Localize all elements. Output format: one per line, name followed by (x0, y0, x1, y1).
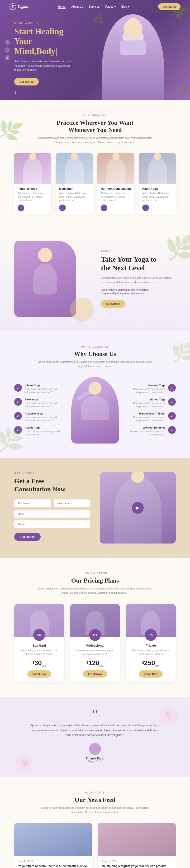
testimonial-leaf-right: 🌸 (157, 704, 181, 726)
email-field (14, 510, 90, 518)
blog-desc: Bullsh nil nam mailit apu le la entighti… (36, 806, 154, 814)
why-item-workout: Workout Routines Nemo enim ipsam tame ag… (128, 426, 176, 436)
why-item-title-7: Mindfulness Training (128, 412, 165, 415)
last-name-input[interactable] (54, 499, 90, 507)
service-image-1 (14, 153, 51, 184)
service-desc-4: Alttbus finibus Ablt tempus lorem ipsum.… (142, 191, 173, 202)
nav-links: Home About Us Services Pages ▾ Blog ▾ (58, 5, 129, 8)
blog-post-title-2: Maintaining a regular yoga practice can … (102, 864, 172, 868)
testimonial-prev-button[interactable]: ← (7, 734, 13, 740)
pricing-card-private: Pvt Private Nemo enim ipsam voluptatem q… (126, 604, 176, 683)
why-center-image (71, 377, 119, 443)
pricing-price-professional: $120/mo (75, 659, 115, 667)
first-name-field (14, 499, 51, 507)
nav-about[interactable]: About Us (71, 5, 83, 8)
why-item-content-5: Graceful Yoga Unde omnis iste natus erro… (128, 384, 165, 394)
why-center (69, 377, 121, 443)
nav-home[interactable]: Home (58, 5, 66, 8)
about-label: ABOUT US (101, 250, 176, 253)
testimonial-avatar (89, 743, 101, 755)
contact-image: ▶ (100, 472, 176, 544)
blog-body-1: June 14, 2023 Yoga differs on from Healt… (14, 856, 92, 868)
about-person-body (33, 264, 57, 294)
pricing-plan-desc-professional: Nemo enim ipsam voluptatem quia. Lorem a… (75, 649, 115, 656)
hero-person-image (102, 14, 164, 100)
hero-cta-button[interactable]: Get Started (14, 78, 39, 86)
why-item-desc-7: Unde omnis iste natus error sit voluptat… (128, 416, 165, 422)
service-link-2[interactable]: → (59, 205, 66, 211)
pricing-price-private: $250/mo (130, 659, 171, 667)
service-figure-1 (23, 158, 42, 184)
about-leaf: 🌿 (165, 234, 190, 261)
first-name-input[interactable] (14, 499, 51, 507)
pricing-price-standard: $30/mo (19, 659, 60, 667)
service-figure-4 (148, 158, 167, 184)
why-item-title-2: Slow Yoga (25, 398, 62, 401)
blog-grid: June 14, 2023 Yoga differs on from Healt… (14, 823, 176, 868)
service-card-personal-yoga: Personal Yoga Alttbus finibus Ablt tempu… (14, 153, 51, 215)
service-name-4: Hatha Yoga (142, 187, 173, 190)
phone-input[interactable] (14, 520, 90, 528)
contact-button[interactable]: Contact Us (158, 3, 181, 10)
logo[interactable]: Yogatic (9, 3, 29, 10)
nav-pages[interactable]: Pages ▾ (105, 5, 115, 8)
testimonial-author: Rhonda Dargi (29, 757, 161, 760)
navigation: Yogatic Home About Us Services Pages ▾ B… (0, 0, 190, 13)
why-leaf-right: 🌿 (171, 341, 190, 363)
why-person-body (81, 396, 109, 420)
why-item-desc-8: Nemo enim ipsam tame agor sed consequent… (128, 430, 165, 436)
pricing-currency-private: $ (142, 661, 144, 664)
why-item-title-4: Acuate Yoga (25, 426, 62, 429)
blog-image-1 (14, 823, 92, 856)
about-cta-button[interactable]: Get Started (101, 300, 125, 308)
pricing-plan-name-private: Private (130, 644, 171, 647)
why-item-title-8: Workout Routines (128, 426, 165, 429)
why-leaf-left: 🌿 (0, 425, 25, 453)
pricing-plan-name-professional: Professional (75, 644, 115, 647)
contact-play-button[interactable]: ▶ (132, 502, 144, 514)
hero-subtitle: START A HAPPY LIFE (14, 22, 76, 24)
pricing-badge-professional: Pro (89, 629, 101, 641)
pricing-enroll-private[interactable]: Enroll Now (139, 671, 163, 678)
why-item-slow: Slow Yoga Unde omnis iste natus error si… (14, 398, 62, 408)
why-item-title-5: Graceful Yoga (128, 384, 165, 387)
hero-title-line1: Start Healing Your (14, 27, 64, 46)
contact-label: GET IN TOUCH (14, 472, 90, 475)
hero-title-line2: Mind,Body (14, 46, 55, 56)
blog-post-title-1: Yoga differs on from Health & A Systemat… (18, 864, 88, 868)
testimonial-next-button[interactable]: → (177, 734, 183, 740)
service-body-3: Nutrition Consultation Alttbus finibus A… (98, 184, 134, 215)
hero-section: f t in 🌿 🌿 🌿 START A HAPPY LIFE Start He… (0, 0, 190, 100)
service-link-1[interactable]: → (17, 205, 24, 211)
pricing-enroll-standard[interactable]: Enroll Now (27, 671, 51, 678)
contact-submit-button[interactable]: Get Started (14, 533, 41, 541)
email-input[interactable] (14, 510, 90, 518)
why-item-content-2: Slow Yoga Unde omnis iste natus error si… (25, 398, 62, 408)
about-image (14, 241, 76, 317)
service-link-3[interactable]: → (101, 205, 107, 211)
hero-content: START A HAPPY LIFE Start Healing Your Mi… (0, 0, 90, 100)
nav-blog[interactable]: Blog ▾ (121, 5, 129, 8)
why-label: OUR SPECIALTIES (14, 345, 176, 348)
why-item-desc-2: Unde omnis iste natus error sit voluptat… (25, 402, 62, 408)
service-name-2: Meditation (59, 187, 89, 190)
contact-person-head (131, 472, 144, 483)
about-accent-circle (70, 298, 94, 322)
pricing-enroll-professional[interactable]: Enroll Now (83, 671, 107, 678)
pricing-period-professional: /mo (99, 664, 104, 667)
pricing-section: HOW WE SERVE Our Pricing Plans Nemo enim… (0, 558, 190, 696)
services-grid: Personal Yoga Alttbus finibus Ablt tempu… (14, 153, 176, 215)
nav-services[interactable]: Services (88, 5, 100, 8)
blog-label: BLOG POSTS (14, 791, 176, 794)
why-icon-6 (168, 398, 176, 406)
service-image-4 (139, 153, 176, 184)
why-section: 🌿 🌿 OUR SPECIALTIES Why Choose Us Nemo e… (0, 331, 190, 458)
pricing-image-standard: Std (14, 604, 64, 637)
pricing-card-standard: Std Standard Nemo enim ipsam voluptatem … (14, 604, 64, 683)
about-title: Take Your Yoga tothe Next Level (101, 255, 176, 272)
services-description: Sed ut perspiciatis unde omnis iste natu… (36, 136, 154, 144)
why-item-vibrant: Vibrant Yoga Unde omnis iste natus error… (14, 384, 62, 394)
why-right-col: Graceful Yoga Unde omnis iste natus erro… (128, 384, 176, 436)
service-link-4[interactable]: → (142, 205, 149, 211)
pricing-period-standard: /mo (42, 664, 46, 667)
